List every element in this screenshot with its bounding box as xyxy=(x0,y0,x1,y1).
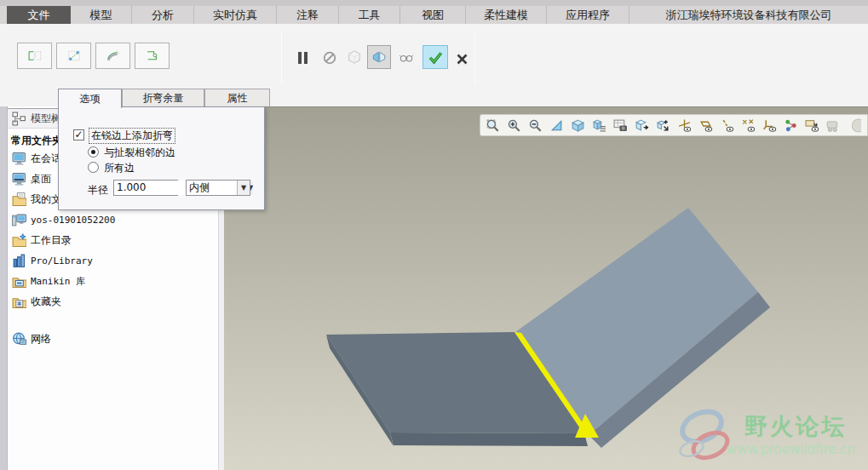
corner-relief-icon xyxy=(145,49,160,64)
sketched-rip-button[interactable] xyxy=(56,43,91,69)
rip-connect-icon xyxy=(27,49,43,64)
side-combo: 内侧 ▼ xyxy=(186,180,250,196)
in-graphics-toolbar xyxy=(480,114,868,136)
edge-bend-button[interactable] xyxy=(95,43,130,69)
pause-icon xyxy=(296,50,311,66)
edge-bend-icon xyxy=(106,49,121,64)
radius-label: 半径 xyxy=(88,183,108,198)
menu-tab[interactable]: 文件 xyxy=(7,6,71,24)
annotation-display-icon[interactable] xyxy=(783,118,798,133)
model-tree-icon xyxy=(11,111,26,126)
watermark-url: www.proewildfire.cn xyxy=(727,442,855,457)
watermark-logo-icon xyxy=(673,404,743,469)
network-globe-icon xyxy=(11,331,26,347)
pause-button[interactable] xyxy=(294,47,313,69)
menu-tab[interactable]: 应用程序 xyxy=(547,6,629,24)
menu-tab[interactable]: 实时仿真 xyxy=(194,6,277,24)
section-view-icon[interactable] xyxy=(635,118,650,133)
axis-display-icon[interactable] xyxy=(719,118,734,133)
ribbon-divider xyxy=(281,31,282,83)
add-bend-checkbox[interactable]: ✓ xyxy=(73,129,84,140)
radio-label[interactable]: 与扯裂相邻的边 xyxy=(104,146,175,160)
zoom-fit-icon[interactable] xyxy=(486,118,501,133)
wireframe-preview-button[interactable] xyxy=(342,46,365,68)
repaint-icon[interactable] xyxy=(549,118,565,133)
ok-check-button[interactable] xyxy=(423,45,448,69)
menu-tab[interactable]: 柔性建模 xyxy=(466,6,547,24)
window-title-strip xyxy=(0,0,868,6)
plane-display-icon[interactable] xyxy=(698,118,713,133)
folder-item[interactable]: 工作目录 xyxy=(8,230,218,250)
session-monitor-icon xyxy=(11,151,26,166)
working-directory-icon xyxy=(11,232,26,248)
computer-icon xyxy=(11,212,26,227)
glasses-button[interactable] xyxy=(394,47,419,69)
csys-display-icon[interactable] xyxy=(762,118,777,133)
side-dropdown-arrow-icon[interactable]: ▼ xyxy=(237,181,250,195)
folder-item[interactable]: Pro/Library xyxy=(8,250,218,271)
zoom-out-icon[interactable] xyxy=(528,118,543,133)
ok-check-icon xyxy=(428,49,443,65)
favorites-folder-icon xyxy=(11,294,26,309)
sketched-rip-icon xyxy=(66,49,82,64)
watermark-title: 野火论坛 xyxy=(744,411,847,442)
menu-tab[interactable]: 模型 xyxy=(71,6,132,24)
ribbon: 选项折弯余量属性 xyxy=(0,24,868,106)
add-bend-checkbox-label[interactable]: 在锐边上添加折弯 xyxy=(89,128,175,144)
menu-tab[interactable]: 工具 xyxy=(339,6,400,24)
no-preview-icon xyxy=(322,50,337,66)
graphics-viewport[interactable]: 野火论坛 www.proewildfire.cn xyxy=(224,106,868,470)
desktop-icon xyxy=(11,171,26,186)
menu-bar: 文件模型分析实时仿真注释工具视图柔性建模应用程序浙江瑞埃特环境设备科技有限公司 xyxy=(0,6,868,24)
exploded-view-icon[interactable] xyxy=(656,118,671,133)
folder-item[interactable]: 收藏夹 xyxy=(8,291,218,312)
corner-relief-button[interactable] xyxy=(135,43,170,69)
company-name: 浙江瑞埃特环境设备科技有限公司 xyxy=(629,6,868,24)
folder-item[interactable]: yos-01901052200 xyxy=(8,209,218,230)
simulation-display-icon[interactable] xyxy=(825,118,841,133)
geometry-preview-icon xyxy=(371,49,387,65)
radius-combo: ▼ xyxy=(113,180,178,196)
model-face-front-thickness[interactable] xyxy=(390,433,588,446)
menu-tab[interactable]: 视图 xyxy=(400,6,466,24)
ribbon-divider xyxy=(474,31,475,83)
radio-label[interactable]: 所有边 xyxy=(104,161,135,175)
point-display-icon[interactable] xyxy=(740,118,756,133)
menu-tab[interactable]: 分析 xyxy=(132,6,194,24)
close-x-icon xyxy=(454,51,469,66)
panel-tab[interactable]: 选项 xyxy=(58,89,122,108)
library-icon xyxy=(11,253,26,268)
close-x-button[interactable] xyxy=(452,48,471,70)
glasses-icon xyxy=(399,50,414,66)
radio-adjacent-edges[interactable] xyxy=(88,146,99,158)
no-preview-button[interactable] xyxy=(319,47,341,69)
common-folders-section-label: 常用文件夹 xyxy=(11,132,62,149)
options-flyout-panel: ✓ 在锐边上添加折弯 与扯裂相邻的边所有边 半径 ▼ 内侧 ▼ xyxy=(58,106,265,210)
left-rail xyxy=(0,106,8,470)
wireframe-preview-icon xyxy=(347,49,362,65)
radio-all-edges[interactable] xyxy=(88,162,99,173)
spin-center-icon[interactable] xyxy=(804,118,819,133)
rip-connect-button[interactable] xyxy=(17,43,52,69)
menu-tab[interactable]: 注释 xyxy=(277,6,339,24)
view-images-icon[interactable] xyxy=(613,118,629,133)
manikin-folder-icon xyxy=(11,273,26,289)
geometry-preview-button[interactable] xyxy=(367,45,391,69)
zoom-in-icon[interactable] xyxy=(507,118,522,133)
folder-item[interactable]: 网络 xyxy=(8,329,218,349)
watermark: 野火论坛 www.proewildfire.cn xyxy=(673,404,868,469)
documents-folder-icon xyxy=(11,192,26,207)
saved-views-icon[interactable] xyxy=(592,118,607,133)
panel-tab[interactable]: 属性 xyxy=(204,89,270,107)
side-combo-value[interactable]: 内侧 xyxy=(187,181,237,195)
clipped-icon[interactable] xyxy=(847,118,862,133)
folder-item[interactable]: Manikin 库 xyxy=(8,271,218,291)
application-window: 文件模型分析实时仿真注释工具视图柔性建模应用程序浙江瑞埃特环境设备科技有限公司 … xyxy=(0,0,868,470)
panel-tab[interactable]: 折弯余量 xyxy=(122,89,204,107)
datum-display-icon[interactable] xyxy=(676,118,692,133)
display-style-icon[interactable] xyxy=(571,118,586,133)
